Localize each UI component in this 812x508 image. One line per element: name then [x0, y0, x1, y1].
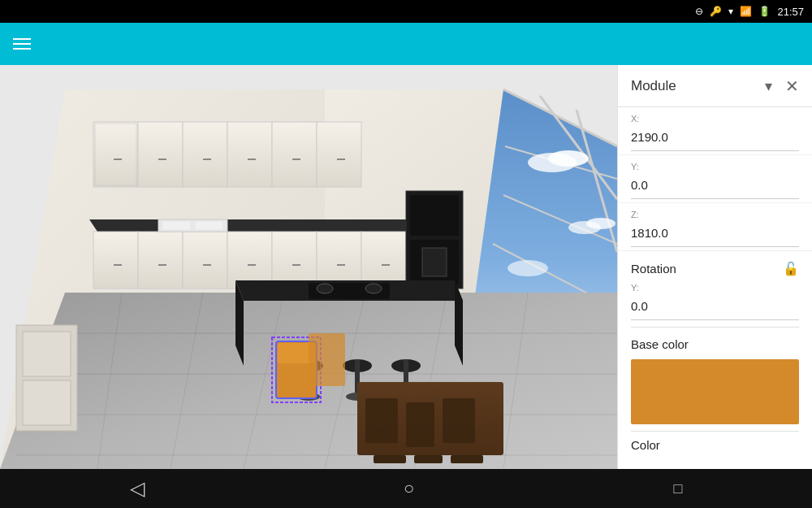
svg-rect-50: [158, 264, 166, 266]
color-swatch[interactable]: [631, 359, 799, 424]
x-field-group: X: 2190.0: [618, 107, 812, 155]
svg-rect-39: [292, 158, 300, 160]
z-value[interactable]: 1810.0: [631, 223, 799, 247]
svg-point-73: [317, 284, 333, 293]
svg-rect-76: [162, 221, 191, 230]
3d-view-area[interactable]: [0, 65, 617, 469]
app-bar: [0, 23, 812, 65]
z-field-group: Z: 1810.0: [618, 203, 812, 251]
svg-rect-49: [114, 264, 122, 266]
recents-button[interactable]: □: [673, 480, 682, 497]
svg-rect-54: [337, 264, 345, 266]
svg-rect-26: [23, 332, 71, 376]
rotation-y-value[interactable]: 0.0: [631, 296, 799, 320]
svg-point-12: [586, 218, 615, 229]
svg-rect-47: [317, 232, 361, 289]
svg-rect-83: [414, 455, 443, 463]
svg-rect-48: [361, 232, 406, 289]
svg-point-10: [548, 150, 589, 167]
svg-rect-82: [374, 455, 406, 463]
svg-point-74: [365, 284, 382, 293]
svg-rect-53: [292, 264, 300, 266]
svg-rect-32: [227, 122, 272, 187]
rotation-section: Rotation 🔓 Y: 0.0: [618, 251, 812, 327]
rotation-y-label: Y:: [631, 283, 799, 293]
color-label: Color: [631, 438, 799, 452]
panel-header: Module ▾ ✕: [618, 65, 812, 107]
back-button[interactable]: ◁: [130, 477, 145, 500]
z-label: Z:: [631, 210, 799, 219]
svg-rect-30: [138, 122, 183, 187]
panel-dropdown-icon[interactable]: ▾: [765, 77, 772, 95]
color-section: Color: [618, 432, 812, 458]
battery-icon: 🔋: [758, 6, 771, 17]
time-display: 21:57: [777, 6, 804, 18]
svg-rect-45: [227, 232, 272, 289]
rotation-header: Rotation 🔓: [631, 261, 799, 276]
svg-marker-41: [89, 219, 414, 232]
svg-rect-36: [158, 158, 166, 160]
svg-rect-42: [93, 232, 138, 289]
x-value[interactable]: 2190.0: [631, 127, 799, 151]
right-panel: Module ▾ ✕ X: 2190.0 Y: 0.0 Z: 1810.0 Ro…: [617, 65, 812, 469]
svg-rect-35: [114, 158, 122, 160]
y-label: Y:: [631, 162, 799, 172]
svg-rect-31: [183, 122, 227, 187]
kitchen-scene-svg: [0, 65, 617, 469]
svg-point-13: [508, 260, 548, 276]
panel-close-button[interactable]: ✕: [785, 76, 799, 96]
y-field-group: Y: 0.0: [618, 155, 812, 203]
svg-rect-88: [309, 333, 345, 386]
svg-rect-34: [317, 122, 361, 187]
svg-rect-55: [382, 264, 390, 266]
svg-rect-84: [451, 455, 483, 463]
lock-icon[interactable]: 🔓: [783, 261, 799, 276]
svg-rect-57: [410, 195, 459, 236]
status-bar: ⊖ 🔑 ▾ 📶 🔋 21:57: [0, 0, 812, 23]
bottom-nav-bar: ◁ ○ □: [0, 469, 812, 508]
svg-rect-77: [195, 221, 223, 230]
svg-rect-44: [183, 232, 227, 289]
svg-rect-40: [337, 158, 345, 160]
panel-title: Module: [631, 78, 758, 94]
svg-rect-37: [203, 158, 211, 160]
svg-rect-28: [93, 122, 138, 187]
svg-rect-80: [406, 402, 434, 447]
base-color-section: Base color: [618, 328, 812, 431]
wifi-icon: ▾: [728, 6, 733, 17]
rotation-label: Rotation: [631, 262, 676, 276]
y-value[interactable]: 0.0: [631, 175, 799, 199]
x-label: X:: [631, 114, 799, 124]
svg-rect-27: [23, 380, 71, 425]
battery-minus-icon: ⊖: [695, 6, 703, 17]
svg-rect-46: [272, 232, 317, 289]
svg-rect-59: [422, 248, 447, 276]
base-color-label: Base color: [631, 337, 799, 351]
svg-rect-51: [203, 264, 211, 266]
svg-rect-79: [365, 398, 398, 443]
svg-rect-43: [138, 232, 183, 289]
svg-rect-52: [248, 264, 256, 266]
main-content: Module ▾ ✕ X: 2190.0 Y: 0.0 Z: 1810.0 Ro…: [0, 65, 812, 469]
key-icon: 🔑: [710, 6, 722, 17]
svg-rect-38: [248, 158, 256, 160]
svg-rect-33: [272, 122, 317, 187]
menu-icon[interactable]: [13, 38, 31, 50]
svg-rect-81: [443, 398, 475, 443]
home-button[interactable]: ○: [404, 478, 414, 499]
signal-icon: 📶: [740, 6, 752, 17]
